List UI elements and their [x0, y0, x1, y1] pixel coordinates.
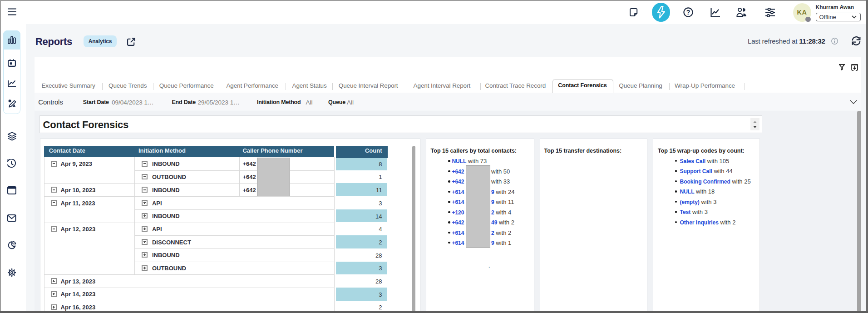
svg-text:?: ? [686, 9, 690, 16]
